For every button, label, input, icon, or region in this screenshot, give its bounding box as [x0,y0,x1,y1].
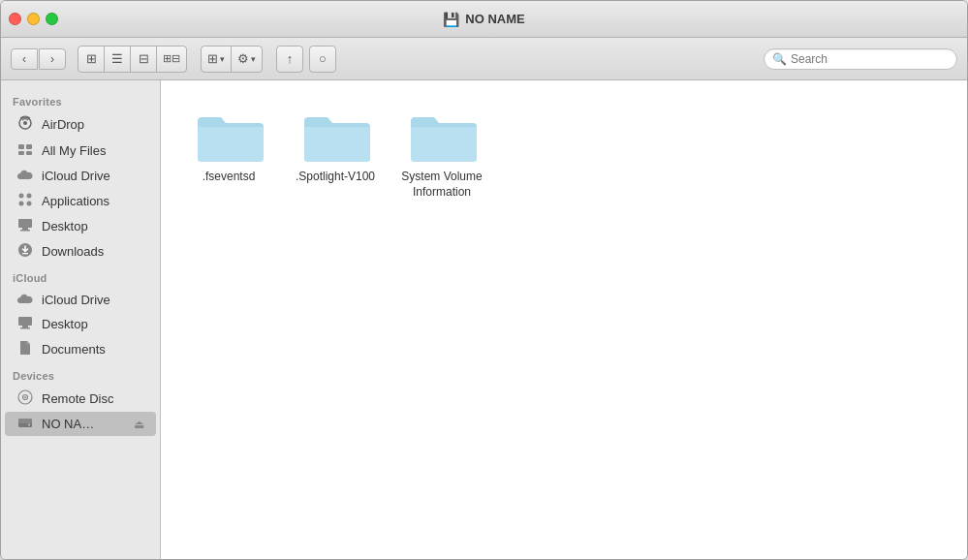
arrange-chevron: ▾ [220,54,225,64]
airdrop-icon [16,115,34,134]
svg-point-23 [28,424,30,426]
downloads-icon [16,242,34,261]
icon-view-icon: ⊞ [86,51,97,66]
svg-point-9 [27,202,32,206]
column-view-button[interactable]: ⊟ [130,46,157,73]
svg-rect-12 [20,230,30,232]
arrange-button[interactable]: ⊞ ▾ [201,46,232,73]
eject-button[interactable]: ⏏ [134,418,144,431]
action-button[interactable]: ⚙ ▾ [231,46,263,73]
search-input[interactable] [791,52,949,66]
arrange-icon: ⊞ [207,51,218,66]
folder-item-system-volume[interactable]: System Volume Information [393,100,490,207]
sidebar-item-documents[interactable]: Documents [5,336,156,362]
close-button[interactable] [9,13,21,25]
view-buttons: ⊞ ☰ ⊟ ⊞⊟ [78,46,187,73]
folder-name-fseventsd: .fseventsd [203,170,256,185]
arrange-action-group: ⊞ ▾ ⚙ ▾ [201,46,263,73]
svg-rect-4 [18,151,24,155]
sidebar-icloud-drive-fav-label: iCloud Drive [42,169,110,183]
icon-view-button[interactable]: ⊞ [78,46,105,73]
sidebar-item-icloud-drive[interactable]: iCloud Drive [5,288,156,312]
svg-rect-3 [26,144,32,149]
sidebar-item-all-my-files[interactable]: All My Files [5,138,156,164]
window-title: 💾 NO NAME [443,12,524,27]
toolbar: ‹ › ⊞ ☰ ⊟ ⊞⊟ ⊞ ▾ [1,38,967,80]
sidebar-item-remote-disc[interactable]: Remote Disc [5,386,156,412]
svg-rect-5 [26,151,32,155]
tag-button[interactable]: ○ [309,46,336,73]
sidebar-section-devices: Devices [1,362,160,386]
sidebar-applications-label: Applications [42,194,109,208]
tag-icon: ○ [319,51,327,66]
icloud-drive-fav-icon [16,168,34,184]
column-view-icon: ⊟ [139,51,149,66]
svg-rect-15 [18,317,32,326]
svg-point-6 [19,194,24,199]
svg-point-1 [23,121,27,125]
folder-icon-spotlight [300,108,370,164]
desktop-icloud-icon [16,316,34,332]
sidebar-section-favorites: Favorites [1,88,160,111]
back-button[interactable]: ‹ [11,48,38,70]
svg-rect-14 [22,253,28,254]
sidebar-item-desktop[interactable]: Desktop [5,214,156,238]
cd-icon [16,389,34,408]
folder-name-spotlight: .Spotlight-V100 [296,170,375,185]
folder-name-system-volume: System Volume Information [401,170,483,200]
folder-item-spotlight[interactable]: .Spotlight-V100 [287,100,384,207]
drive-icon [16,416,34,432]
sidebar-no-name-label: NO NA… [42,417,94,431]
svg-rect-16 [22,326,28,327]
svg-point-7 [27,194,32,199]
list-view-icon: ☰ [111,51,123,66]
gear-icon: ⚙ [237,51,249,66]
share-icon: ↑ [287,51,294,66]
share-button[interactable]: ↑ [276,46,303,73]
folder-item-fseventsd[interactable]: .fseventsd [180,100,277,207]
svg-point-20 [24,396,26,398]
svg-rect-2 [18,144,24,149]
forward-button[interactable]: › [39,48,66,70]
sidebar-item-downloads[interactable]: Downloads [5,238,156,264]
svg-rect-10 [18,219,32,228]
svg-point-8 [19,202,24,206]
sidebar-icloud-drive-label: iCloud Drive [42,293,110,307]
all-my-files-icon [16,141,34,160]
sidebar-desktop-icloud-label: Desktop [42,317,88,331]
list-view-button[interactable]: ☰ [104,46,131,73]
search-icon: 🔍 [772,52,787,66]
sidebar-remote-disc-label: Remote Disc [42,391,113,406]
svg-rect-17 [20,327,30,329]
sidebar-item-desktop-icloud[interactable]: Desktop [5,312,156,336]
sidebar-documents-label: Documents [42,342,106,357]
window-title-icon: 💾 [443,12,459,27]
main-content: Favorites AirDrop [1,80,967,559]
sidebar-item-icloud-drive-fav[interactable]: iCloud Drive [5,164,156,188]
coverflow-view-icon: ⊞⊟ [163,52,180,65]
action-chevron: ▾ [251,54,256,64]
sidebar-downloads-label: Downloads [42,244,104,259]
search-bar[interactable]: 🔍 [764,48,957,70]
coverflow-view-button[interactable]: ⊞⊟ [156,46,187,73]
applications-icon [16,192,34,210]
svg-rect-11 [22,228,28,230]
titlebar: 💾 NO NAME [1,1,967,38]
desktop-icon [16,218,34,234]
sidebar-desktop-label: Desktop [42,219,88,233]
sidebar-item-no-name[interactable]: NO NA… ⏏ [5,412,156,436]
sidebar-item-airdrop[interactable]: AirDrop [5,111,156,138]
traffic-lights [9,13,58,25]
finder-window: 💾 NO NAME ‹ › ⊞ ☰ ⊟ ⊞⊟ [0,0,968,560]
sidebar-airdrop-label: AirDrop [42,117,84,132]
sidebar: Favorites AirDrop [1,80,161,559]
documents-icon [16,340,34,358]
window-title-text: NO NAME [465,12,524,26]
maximize-button[interactable] [46,13,58,25]
sidebar-item-applications[interactable]: Applications [5,188,156,214]
minimize-button[interactable] [27,13,40,25]
back-icon: ‹ [22,52,26,66]
icloud-drive-icon [16,292,34,308]
folder-icon-system-volume [407,108,477,164]
forward-icon: › [50,52,54,66]
